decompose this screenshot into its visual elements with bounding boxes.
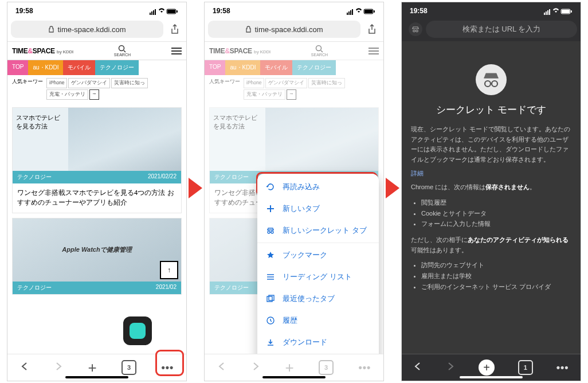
keywords-label: 人気キーワー (12, 78, 43, 85)
incognito-not-saved: Chrome には、次の情報は保存されません。 (411, 182, 571, 193)
svg-rect-25 (544, 13, 545, 15)
menu-incognito[interactable]: 新しいシークレット タブ (257, 220, 379, 241)
svg-rect-0 (150, 13, 151, 15)
svg-rect-26 (546, 11, 547, 15)
svg-point-19 (271, 231, 273, 233)
step-arrow-2 (386, 178, 399, 198)
tabs-button[interactable]: 1 (518, 360, 533, 375)
svg-rect-10 (348, 11, 350, 15)
reload-icon (265, 182, 276, 192)
svg-point-35 (492, 81, 497, 87)
article-card-1[interactable]: スマホでテレビを見る方法 テクノロジー2021/02/22 ワンセグ非搭載スマホ… (12, 107, 182, 213)
svg-rect-27 (547, 10, 548, 15)
svg-rect-14 (364, 10, 373, 13)
plus-icon (265, 204, 276, 214)
menu-newtab[interactable]: 新しいタブ (257, 198, 379, 220)
scroll-top-button[interactable]: ↑ (160, 261, 178, 279)
address-bar: time-space.kddi.com (205, 17, 383, 42)
share-icon (170, 24, 179, 34)
lock-icon (245, 26, 252, 33)
nav-tab[interactable]: TOP (7, 60, 28, 75)
incognito-hero-icon (476, 64, 507, 95)
incognito-visible-to: ただし、次の相手にあなたのアクティビティが知られる可能性はあります。 (411, 235, 571, 255)
site-header: TIME&SPACE by KDDI SEARCH (7, 42, 186, 60)
lock-icon (48, 26, 54, 33)
menu-reload[interactable]: 再読み込み (257, 176, 379, 198)
step-arrow-1 (189, 178, 202, 198)
download-icon (265, 337, 276, 347)
article-card-2[interactable]: Apple Watchで健康管理 テクノロジー2021/02 (12, 218, 182, 295)
svg-rect-6 (177, 10, 178, 13)
menu-history[interactable]: 履歴 (257, 310, 379, 331)
svg-point-7 (119, 46, 124, 51)
history-icon (265, 315, 276, 326)
phone-screenshot-3: 19:58 検索または URL を入力 シークレット モードです 現在、シークレ… (401, 2, 581, 381)
menu-reading[interactable]: リーディング リスト (257, 266, 379, 288)
svg-point-33 (416, 30, 418, 32)
incognito-description: 現在、シークレット モードで閲覧しています。あなたのアクティビティは、このデバイ… (411, 124, 571, 165)
svg-line-8 (124, 50, 126, 52)
newtab-button[interactable]: + (479, 359, 495, 376)
svg-rect-5 (167, 10, 175, 13)
svg-rect-15 (374, 10, 375, 13)
svg-rect-2 (153, 10, 154, 15)
status-bar: 19:58 (402, 2, 581, 17)
status-indicators (150, 7, 178, 15)
incognito-learn-more[interactable]: 詳細 (411, 169, 571, 178)
newtab-button[interactable]: + (88, 359, 96, 377)
svg-rect-28 (549, 9, 550, 15)
status-bar: 19:58 (7, 2, 186, 17)
keywords-list: iPhoneゲンバダマシイ災害時に知っ充電・バッテリ→ (46, 78, 182, 100)
incognito-list-1: 閲覧履歴Cookie とサイトデータフォームに入力した情報 (413, 197, 571, 229)
svg-rect-31 (571, 10, 572, 13)
home-indicator (65, 376, 128, 378)
share-button[interactable] (364, 21, 380, 37)
status-bar: 19:58 (205, 2, 383, 17)
search-button[interactable]: SEARCH (114, 45, 131, 57)
tabs-button[interactable]: 3 (121, 360, 136, 375)
share-button[interactable] (167, 21, 183, 37)
site-nav: TOPau・KDDIモバイルテクノロジー (7, 60, 186, 75)
svg-point-32 (413, 30, 415, 32)
menu-recent[interactable]: 最近使ったタブ (257, 288, 379, 310)
svg-rect-1 (151, 11, 152, 15)
more-button[interactable]: ••• (161, 362, 174, 374)
phone-screenshot-2: 19:58 time-space.kddi.com TIME&SPACE by … (204, 2, 384, 381)
forward-button (54, 362, 63, 373)
url-field[interactable]: time-space.kddi.com (11, 21, 163, 38)
recent-icon (265, 294, 276, 304)
svg-rect-12 (352, 9, 353, 15)
menu-button[interactable] (171, 46, 182, 56)
svg-point-34 (485, 81, 491, 87)
home-indicator (460, 376, 523, 378)
status-time: 19:58 (15, 7, 33, 15)
incognito-icon (265, 225, 276, 236)
search-icon (118, 45, 126, 53)
nav-tab[interactable]: au・KDDI (28, 60, 63, 75)
phone-screenshot-1: 19:58 time-space.kddi.com TIME&SPACE by … (7, 2, 187, 381)
incognito-list-2: 訪問先のウェブサイト雇用主または学校ご利用のインターネット サービス プロバイダ (413, 260, 571, 292)
menu-downloads[interactable]: ダウンロード (257, 331, 379, 353)
more-button[interactable]: ••• (556, 362, 569, 374)
incognito-title: シークレット モードです (411, 103, 571, 116)
address-bar: 検索または URL を入力 (402, 17, 581, 41)
incognito-indicator-icon (409, 22, 422, 36)
svg-rect-11 (350, 10, 351, 15)
nav-tab[interactable]: モバイル (63, 60, 95, 75)
svg-point-18 (268, 231, 270, 233)
url-field[interactable]: time-space.kddi.com (208, 21, 360, 38)
search-url-field[interactable]: 検索または URL を入力 (426, 21, 577, 38)
incognito-content: シークレット モードです 現在、シークレット モードで閲覧しています。あなたのア… (402, 41, 581, 354)
address-bar: time-space.kddi.com (7, 17, 186, 42)
page-content: TIME&SPACE by KDDI SEARCH TOPau・KDDIモバイル… (205, 42, 383, 354)
svg-rect-3 (155, 9, 156, 15)
star-icon (265, 250, 276, 260)
nav-tab[interactable]: テクノロジー (95, 60, 139, 75)
chrome-menu: 再読み込み 新しいタブ 新しいシークレット タブ ブックマーク リーディング リ… (257, 174, 379, 354)
article-image (68, 108, 181, 171)
back-button[interactable] (413, 362, 422, 373)
site-logo[interactable]: TIME&SPACE by KDDI (12, 47, 73, 55)
back-button[interactable] (20, 362, 29, 373)
svg-rect-30 (562, 10, 570, 13)
menu-bookmarks[interactable]: ブックマーク (257, 244, 379, 266)
